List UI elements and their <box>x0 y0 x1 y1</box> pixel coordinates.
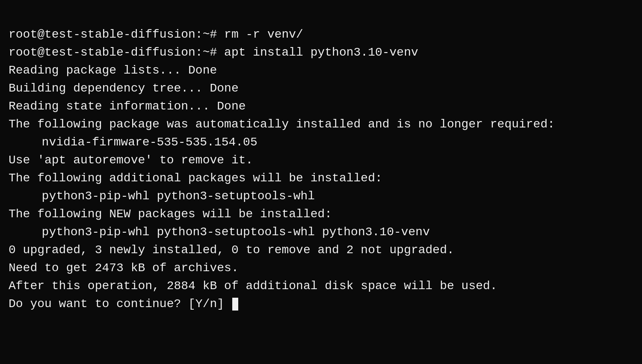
terminal-line-building-dep: Building dependency tree... Done <box>9 80 633 98</box>
terminal-line-auto-installed: The following package was automatically … <box>9 115 633 133</box>
terminal-window[interactable]: root@test-stable-diffusion:~# rm -r venv… <box>0 0 642 364</box>
terminal-line-additional-pkg: The following additional packages will b… <box>9 169 633 187</box>
terminal-line-use-autoremove: Use 'apt autoremove' to remove it. <box>9 151 633 169</box>
terminal-line-nvidia-firmware: nvidia-firmware-535-535.154.05 <box>9 133 633 151</box>
terminal-line-disk-space: After this operation, 2884 kB of additio… <box>9 277 633 295</box>
terminal-line-cmd1: root@test-stable-diffusion:~# rm -r venv… <box>9 26 633 44</box>
terminal-cursor <box>232 298 238 311</box>
terminal-line-reading-state: Reading state information... Done <box>9 98 633 115</box>
terminal-line-new-packages: The following NEW packages will be insta… <box>9 205 633 223</box>
terminal-line-reading-pkg: Reading package lists... Done <box>9 62 633 80</box>
terminal-line-archives-size: Need to get 2473 kB of archives. <box>9 259 633 277</box>
terminal-line-upgrade-summary: 0 upgraded, 3 newly installed, 0 to remo… <box>9 241 633 259</box>
terminal-line-new-pkg-list: python3-pip-whl python3-setuptools-whl p… <box>9 223 633 241</box>
terminal-line-pip-setuptools: python3-pip-whl python3-setuptools-whl <box>9 187 633 205</box>
terminal-line-continue-prompt: Do you want to continue? [Y/n] <box>9 295 633 313</box>
terminal-line-cmd2: root@test-stable-diffusion:~# apt instal… <box>9 44 633 62</box>
